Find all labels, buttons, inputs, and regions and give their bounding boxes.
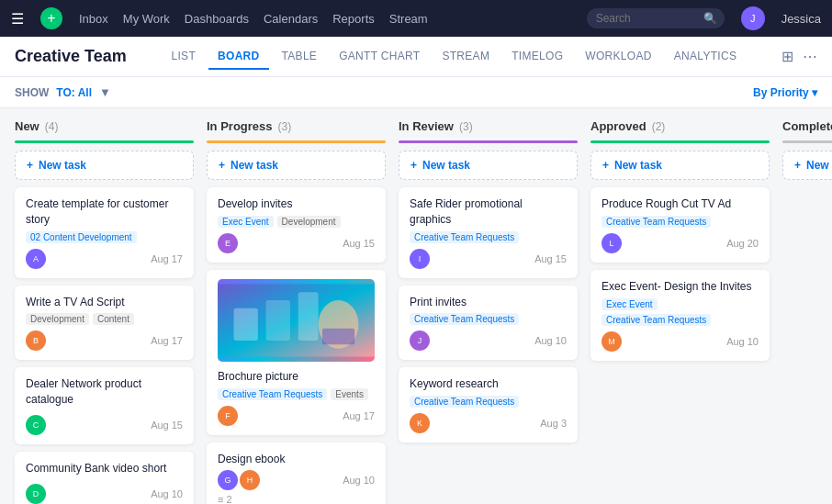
- stream-link[interactable]: Stream: [389, 12, 428, 26]
- card-title: Write a TV Ad Script: [26, 295, 183, 310]
- column-inreview: In Review (3) + New task Safe Rider prom…: [399, 119, 578, 450]
- plus-icon: +: [219, 159, 225, 172]
- new-task-button-inreview[interactable]: + New task: [399, 151, 578, 180]
- new-task-button-approved[interactable]: + New task: [590, 151, 770, 180]
- card-safe-rider[interactable]: Safe Rider promotional graphics Creative…: [399, 187, 578, 278]
- card-exec-event-invites[interactable]: Exec Event- Design the Invites Exec Even…: [590, 270, 770, 361]
- svg-rect-1: [234, 308, 258, 341]
- subtask-number: 2: [226, 494, 231, 504]
- card-date: Aug 17: [151, 335, 183, 346]
- funnel-icon[interactable]: ▼: [99, 85, 111, 99]
- card-write-tv-script[interactable]: Write a TV Ad Script Development Content…: [15, 286, 194, 361]
- card-develop-invites[interactable]: Develop invites Exec Event Development E…: [207, 187, 386, 263]
- tag: Creative Team Requests: [410, 231, 519, 243]
- card-keyword-research[interactable]: Keyword research Creative Team Requests …: [399, 367, 578, 442]
- inbox-link[interactable]: Inbox: [79, 12, 108, 26]
- to-all-filter[interactable]: TO: All: [56, 86, 92, 99]
- card-title: Community Bank video short: [26, 461, 183, 476]
- new-task-button-completed[interactable]: + New ta...: [782, 151, 832, 180]
- column-approved-count: (2): [652, 120, 666, 133]
- subtask-count: ≡ 2: [218, 494, 375, 504]
- column-new-title: New: [15, 119, 39, 133]
- card-date: Aug 15: [534, 253, 567, 264]
- tab-table[interactable]: TABLE: [273, 44, 327, 70]
- card-community-bank[interactable]: Community Bank video short D Aug 10: [15, 452, 194, 504]
- card-produce-rough-cut[interactable]: Produce Rough Cut TV Ad Creative Team Re…: [590, 187, 770, 263]
- tab-gantt[interactable]: GANTT CHART: [330, 44, 429, 70]
- card-design-ebook[interactable]: Design ebook G H Aug 10 ≡ 2: [207, 442, 386, 504]
- page-title: Creative Team: [15, 47, 127, 66]
- new-task-button-inprogress[interactable]: + New task: [207, 151, 386, 180]
- card-avatar: L: [602, 233, 622, 253]
- card-avatar: I: [410, 249, 430, 269]
- card-avatar: J: [410, 330, 430, 351]
- reports-link[interactable]: Reports: [332, 12, 375, 26]
- tag: Development: [277, 216, 341, 228]
- card-title: Dealer Network product catalogue: [26, 376, 183, 408]
- plus-icon: +: [602, 159, 609, 172]
- card-date: Aug 17: [343, 410, 375, 421]
- card-footer: C Aug 15: [26, 415, 183, 435]
- card-bottom-row: G H Aug 10: [218, 470, 375, 490]
- column-new-line: [15, 140, 194, 143]
- list-icon: ≡: [218, 494, 223, 504]
- grid-icon[interactable]: ⊞: [781, 48, 793, 65]
- add-button[interactable]: +: [40, 7, 62, 29]
- card-print-invites[interactable]: Print invites Creative Team Requests J A…: [399, 286, 578, 361]
- card-tags: 02 Content Development: [26, 231, 183, 243]
- column-new-header: New (4): [15, 119, 194, 133]
- column-inreview-title: In Review: [399, 119, 454, 133]
- by-priority-button[interactable]: By Priority ▾: [753, 86, 817, 99]
- svg-rect-3: [298, 292, 319, 341]
- hamburger-icon[interactable]: ☰: [11, 10, 24, 28]
- tab-workload[interactable]: WORKLOAD: [576, 44, 660, 70]
- card-footer: F Aug 17: [218, 406, 375, 426]
- card-footer: D Aug 10: [26, 484, 183, 504]
- card-create-template[interactable]: Create template for customer story 02 Co…: [15, 187, 194, 278]
- column-completed: Completed + New ta...: [782, 119, 832, 187]
- card-footer: K Aug 3: [410, 413, 567, 433]
- username-label[interactable]: Jessica: [781, 12, 821, 26]
- svg-rect-5: [322, 329, 354, 345]
- search-icon: 🔍: [703, 12, 717, 25]
- card-date: Aug 15: [343, 238, 375, 249]
- card-footer: B Aug 17: [26, 330, 183, 351]
- card-tags: Creative Team Requests: [410, 396, 567, 408]
- tag: Creative Team Requests: [218, 388, 327, 400]
- tab-analytics[interactable]: ANALYTICS: [665, 44, 747, 70]
- card-tags: Creative Team Requests: [410, 231, 567, 243]
- plus-icon: +: [410, 159, 417, 172]
- new-task-button-new[interactable]: + New task: [15, 151, 194, 180]
- card-dealer-network[interactable]: Dealer Network product catalogue C Aug 1…: [15, 367, 194, 444]
- column-inreview-line: [399, 140, 578, 143]
- show-label: SHOW: [15, 86, 49, 99]
- plus-icon: +: [794, 159, 801, 172]
- tab-timelog[interactable]: TIMELOG: [502, 44, 572, 70]
- card-avatar-2: H: [240, 470, 260, 490]
- subheader: Creative Team LIST BOARD TABLE GANTT CHA…: [0, 37, 832, 77]
- tag: Development: [26, 313, 89, 325]
- new-task-label: New task: [230, 159, 278, 172]
- tag: Events: [331, 388, 368, 400]
- card-title: Create template for customer story: [26, 196, 183, 228]
- card-brochure-picture[interactable]: Brochure picture Creative Team Requests …: [207, 270, 386, 435]
- card-image: [218, 279, 375, 362]
- filterbar-left: SHOW TO: All ▼: [15, 85, 111, 99]
- card-title: Safe Rider promotional graphics: [410, 196, 567, 228]
- tab-list[interactable]: LIST: [163, 44, 206, 70]
- plus-icon: +: [27, 159, 33, 172]
- card-avatar: M: [602, 331, 622, 352]
- my-work-link[interactable]: My Work: [123, 12, 170, 26]
- avatar[interactable]: J: [741, 6, 765, 30]
- dashboards-link[interactable]: Dashboards: [185, 12, 249, 26]
- card-date: Aug 10: [726, 336, 759, 347]
- search-wrap: 🔍: [587, 8, 725, 28]
- card-avatar-1: G: [218, 470, 238, 490]
- tab-stream[interactable]: STREAM: [433, 44, 499, 70]
- more-icon[interactable]: ⋯: [803, 48, 817, 65]
- card-footer: M Aug 10: [602, 331, 759, 352]
- tab-board[interactable]: BOARD: [208, 44, 269, 70]
- card-footer: L Aug 20: [602, 233, 759, 253]
- calendars-link[interactable]: Calendars: [264, 12, 318, 26]
- card-avatar: D: [26, 484, 46, 504]
